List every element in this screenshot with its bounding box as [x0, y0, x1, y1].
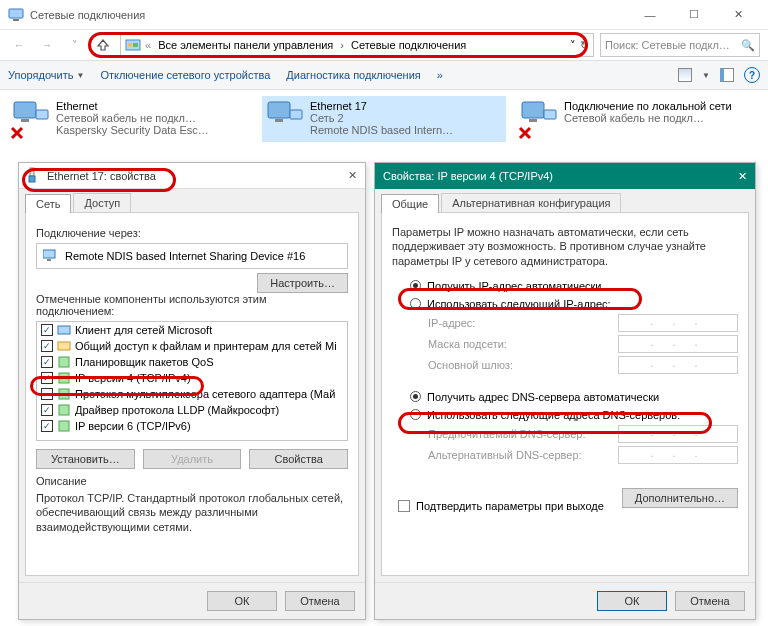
svg-rect-5 — [14, 102, 36, 118]
checkbox[interactable]: ✓ — [41, 404, 53, 416]
connection-item-ethernet17[interactable]: Ethernet 17 Сеть 2 Remote NDIS based Int… — [262, 96, 506, 142]
dialog-title: Свойства: IP версии 4 (TCP/IPv4) — [383, 170, 553, 182]
configure-button[interactable]: Настроить… — [257, 273, 348, 293]
dns1-label: Предпочитаемый DNS-сервер: — [428, 428, 618, 440]
checkbox[interactable] — [41, 388, 53, 400]
search-input[interactable]: Поиск: Сетевые подкл… 🔍 — [600, 33, 760, 57]
component-item: Протокол мультиплексора сетевого адаптер… — [37, 386, 347, 402]
dns2-input[interactable]: . . . — [618, 446, 738, 464]
nav-forward-button[interactable]: → — [36, 34, 58, 56]
breadcrumb-sep-icon: › — [340, 39, 344, 51]
tab-network[interactable]: Сеть — [25, 194, 71, 213]
install-button[interactable]: Установить… — [36, 449, 135, 469]
diagnose-button[interactable]: Диагностика подключения — [286, 69, 420, 81]
toolbar-more-button[interactable]: » — [437, 69, 443, 81]
checkbox[interactable]: ✓ — [41, 324, 53, 336]
dropdown-history-icon[interactable]: ˅ — [64, 34, 86, 56]
minimize-button[interactable]: — — [628, 1, 672, 29]
protocol-icon — [57, 419, 71, 433]
preview-pane-button[interactable] — [720, 68, 734, 82]
dialog-footer: ОК Отмена — [19, 582, 365, 619]
svg-rect-18 — [58, 326, 70, 334]
adapter-field: Remote NDIS based Internet Sharing Devic… — [36, 243, 348, 269]
manual-dns-radio[interactable]: Использовать следующие адреса DNS-сервер… — [410, 409, 738, 421]
connection-item-local[interactable]: Подключение по локальной сети Сетевой ка… — [516, 96, 760, 142]
service-icon — [57, 339, 71, 353]
breadcrumb-seg-network[interactable]: Сетевые подключения — [348, 37, 469, 53]
svg-rect-13 — [544, 110, 556, 119]
connection-adapter: Remote NDIS based Intern… — [310, 124, 502, 136]
cancel-button[interactable]: Отмена — [285, 591, 355, 611]
remove-button[interactable]: Удалить — [143, 449, 242, 469]
tab-alternate[interactable]: Альтернативная конфигурация — [441, 193, 621, 212]
refresh-icon[interactable]: ↻ — [580, 39, 589, 52]
ok-button[interactable]: ОК — [207, 591, 277, 611]
component-item: ✓Планировщик пакетов QoS — [37, 354, 347, 370]
checkbox-icon — [398, 500, 410, 512]
checkbox[interactable]: ✓ — [41, 372, 53, 384]
dialog-titlebar[interactable]: Ethernet 17: свойства ✕ — [19, 163, 365, 189]
dns1-input[interactable]: . . . — [618, 425, 738, 443]
organize-menu[interactable]: Упорядочить▼ — [8, 69, 84, 81]
dialog-titlebar[interactable]: Свойства: IP версии 4 (TCP/IPv4) ✕ — [375, 163, 755, 189]
help-button[interactable]: ? — [744, 67, 760, 83]
panel-icon — [125, 37, 141, 53]
radio-icon — [410, 280, 421, 291]
svg-rect-8 — [268, 102, 290, 118]
components-list[interactable]: ✓Клиент для сетей Microsoft ✓Общий досту… — [36, 321, 348, 441]
disable-device-button[interactable]: Отключение сетевого устройства — [100, 69, 270, 81]
breadcrumb-seg-panel[interactable]: Все элементы панели управления — [155, 37, 336, 53]
ok-button[interactable]: ОК — [597, 591, 667, 611]
auto-dns-radio[interactable]: Получить адрес DNS-сервера автоматически — [410, 391, 738, 403]
advanced-button[interactable]: Дополнительно… — [622, 488, 738, 508]
checkbox[interactable]: ✓ — [41, 340, 53, 352]
ip-input[interactable]: . . . — [618, 314, 738, 332]
svg-point-3 — [128, 43, 132, 47]
dialog-close-button[interactable]: ✕ — [738, 170, 747, 183]
connection-item-ethernet[interactable]: Ethernet Сетевой кабель не подкл… Kasper… — [8, 96, 252, 142]
tab-general[interactable]: Общие — [381, 194, 439, 213]
dialogs-area: Ethernet 17: свойства ✕ Сеть Доступ Подк… — [18, 162, 756, 620]
tab-access[interactable]: Доступ — [73, 193, 131, 212]
svg-rect-12 — [529, 119, 537, 122]
breadcrumb-dropdown-icon[interactable]: ˅ — [570, 39, 576, 52]
breadcrumb-lead: « — [145, 39, 151, 51]
adapter-name: Remote NDIS based Internet Sharing Devic… — [65, 250, 305, 262]
address-bar[interactable]: « Все элементы панели управления › Сетев… — [120, 33, 594, 57]
tabs: Сеть Доступ — [19, 189, 365, 212]
dialog-title: Ethernet 17: свойства — [47, 170, 156, 182]
view-dropdown-icon[interactable]: ▼ — [702, 71, 710, 80]
close-button[interactable]: ✕ — [716, 1, 760, 29]
radio-icon — [410, 298, 421, 309]
maximize-button[interactable]: ☐ — [672, 1, 716, 29]
window-titlebar: Сетевые подключения — ☐ ✕ — [0, 0, 768, 30]
manual-ip-radio[interactable]: Использовать следующий IP-адрес: — [410, 298, 738, 310]
validate-checkbox[interactable]: Подтвердить параметры при выходе — [398, 500, 622, 512]
component-item: ✓IP версии 6 (TCP/IPv6) — [37, 418, 347, 434]
svg-rect-6 — [21, 119, 29, 122]
address-row: ← → ˅ « Все элементы панели управления ›… — [0, 30, 768, 60]
svg-rect-4 — [133, 43, 138, 47]
svg-rect-15 — [29, 176, 35, 182]
connection-status: Сеть 2 — [310, 112, 502, 124]
disconnected-icon — [10, 126, 24, 140]
gateway-input[interactable]: . . . — [618, 356, 738, 374]
component-item-ipv4: ✓IP версии 4 (TCP/IPv4) — [37, 370, 347, 386]
adapter-properties-dialog: Ethernet 17: свойства ✕ Сеть Доступ Подк… — [18, 162, 366, 620]
connect-via-label: Подключение через: — [36, 227, 348, 239]
tabs: Общие Альтернативная конфигурация — [375, 189, 755, 212]
dialog-close-button[interactable]: ✕ — [348, 169, 357, 182]
components-label: Отмеченные компоненты используются этим … — [36, 293, 348, 317]
nav-back-button[interactable]: ← — [8, 34, 30, 56]
auto-ip-radio[interactable]: Получить IP-адрес автоматически — [410, 280, 738, 292]
cancel-button[interactable]: Отмена — [675, 591, 745, 611]
ip-label: IP-адрес: — [428, 317, 618, 329]
adapter-icon — [27, 167, 41, 185]
network-adapter-icon — [12, 100, 50, 138]
mask-input[interactable]: . . . — [618, 335, 738, 353]
properties-button[interactable]: Свойства — [249, 449, 348, 469]
checkbox[interactable]: ✓ — [41, 356, 53, 368]
checkbox[interactable]: ✓ — [41, 420, 53, 432]
nav-up-button[interactable] — [92, 34, 114, 56]
view-icons-button[interactable] — [678, 68, 692, 82]
